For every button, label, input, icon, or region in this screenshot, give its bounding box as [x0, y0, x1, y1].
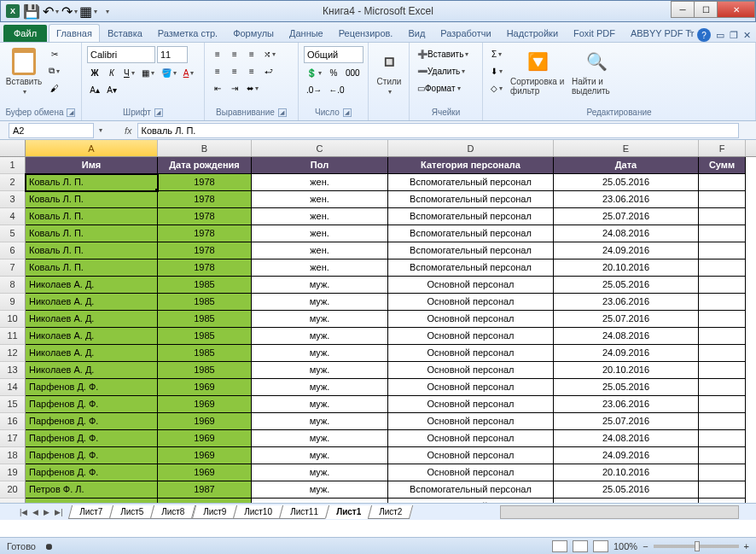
cell[interactable]: Парфенов Д. Ф. — [26, 379, 158, 396]
sheet-tab[interactable]: Лист7 — [68, 505, 114, 519]
close-button[interactable]: ✕ — [717, 1, 755, 18]
cell[interactable] — [699, 294, 746, 311]
cell[interactable]: жен. — [252, 208, 388, 225]
file-tab[interactable]: Файл — [3, 25, 47, 42]
cell[interactable]: 24.09.2016 — [554, 345, 699, 362]
row-header[interactable]: 8 — [0, 277, 26, 294]
cell[interactable]: 1985 — [158, 311, 252, 328]
cell[interactable]: муж. — [252, 294, 388, 311]
cell[interactable]: 25.07.2016 — [554, 208, 699, 225]
cell[interactable]: муж. — [252, 362, 388, 379]
row-header[interactable]: 17 — [0, 430, 26, 447]
cell[interactable]: 1978 — [158, 191, 252, 208]
cell[interactable] — [699, 225, 746, 242]
cell[interactable]: 24.09.2016 — [554, 242, 699, 260]
cell[interactable] — [699, 430, 746, 447]
redo-icon[interactable]: ↷▾ — [61, 3, 78, 20]
cell[interactable]: Основной персонал — [388, 430, 554, 447]
fill-icon[interactable]: ⬇▾ — [488, 63, 505, 79]
ribbon-tab-2[interactable]: Разметка стр. — [150, 24, 225, 42]
cell[interactable]: Основной персонал — [388, 379, 554, 396]
find-select-button[interactable]: 🔍 Найти и выделить — [570, 46, 623, 97]
cell[interactable]: муж. — [252, 481, 388, 499]
header-cell[interactable]: Пол — [252, 157, 388, 174]
cell[interactable]: 1969 — [158, 447, 252, 464]
minimize-button[interactable]: ─ — [671, 1, 695, 18]
border-button[interactable]: ▦▾ — [139, 65, 157, 80]
row-header[interactable]: 12 — [0, 345, 26, 362]
cell[interactable]: муж. — [252, 277, 388, 294]
cell[interactable]: Основной персонал — [388, 328, 554, 345]
sheet-tab[interactable]: Лист8 — [150, 505, 196, 519]
help-icon[interactable]: ? — [697, 28, 711, 42]
cell[interactable]: Парфенов Д. Ф. — [26, 447, 158, 464]
cell[interactable]: Основной персонал — [388, 447, 554, 464]
copy-icon[interactable]: ⧉▾ — [46, 63, 62, 79]
cell[interactable]: Парфенов Д. Ф. — [26, 413, 158, 430]
cell[interactable]: 25.07.2016 — [554, 413, 699, 430]
cell[interactable]: 1969 — [158, 379, 252, 396]
percent-icon[interactable]: % — [326, 65, 341, 80]
bold-button[interactable]: Ж — [87, 65, 102, 80]
cell[interactable]: 24.08.2016 — [554, 430, 699, 447]
row-header[interactable]: 11 — [0, 328, 26, 345]
cell[interactable]: Коваль Л. П. — [26, 242, 158, 260]
format-painter-icon[interactable]: 🖌 — [46, 80, 62, 96]
row-header[interactable]: 13 — [0, 362, 26, 379]
cell[interactable]: муж. — [252, 430, 388, 447]
underline-button[interactable]: Ч▾ — [121, 65, 137, 80]
cell[interactable] — [699, 277, 746, 294]
grow-font-button[interactable]: А▴ — [87, 82, 102, 97]
cell[interactable]: Вспомогательный персонал — [388, 191, 554, 208]
name-box-dropdown[interactable]: ▾ — [97, 126, 119, 134]
cell[interactable]: Коваль Л. П. — [26, 208, 158, 225]
orientation-icon[interactable]: ⤭▾ — [261, 46, 278, 61]
cell[interactable] — [699, 311, 746, 328]
cell[interactable]: 20.10.2016 — [554, 464, 699, 481]
cell[interactable]: Николаев А. Д. — [26, 294, 158, 311]
row-header[interactable]: 19 — [0, 464, 26, 481]
decrease-indent-icon[interactable]: ⇤ — [210, 80, 225, 96]
tab-nav-prev[interactable]: ◀ — [30, 508, 41, 516]
cell[interactable]: муж. — [252, 413, 388, 430]
select-all-corner[interactable] — [0, 140, 26, 156]
alignment-launcher[interactable]: ◢ — [278, 108, 287, 117]
ribbon-tab-6[interactable]: Вид — [400, 24, 433, 42]
cell[interactable]: Николаев А. Д. — [26, 345, 158, 362]
sheet-tab[interactable]: Лист9 — [191, 505, 237, 519]
cell[interactable]: 25.05.2016 — [554, 481, 699, 499]
cell[interactable] — [699, 208, 746, 225]
font-name-select[interactable] — [87, 46, 155, 63]
cell[interactable]: 20.10.2016 — [554, 260, 699, 277]
cell[interactable]: 24.08.2016 — [554, 328, 699, 345]
cell[interactable]: 23.06.2016 — [554, 294, 699, 311]
col-header-A[interactable]: A — [26, 140, 158, 156]
header-cell[interactable]: Дата — [554, 157, 699, 174]
shrink-font-button[interactable]: А▾ — [104, 82, 119, 97]
delete-cells-button[interactable]: ➖ Удалить▾ — [415, 63, 480, 79]
cell[interactable]: Петров Ф. Л. — [26, 481, 158, 499]
maximize-button[interactable]: ☐ — [694, 1, 718, 18]
cell[interactable] — [699, 345, 746, 362]
header-cell[interactable]: Категория персонала — [388, 157, 554, 174]
row-header[interactable]: 9 — [0, 294, 26, 311]
cell[interactable]: Николаев А. Д. — [26, 311, 158, 328]
cell[interactable] — [699, 464, 746, 481]
cell[interactable]: 1985 — [158, 277, 252, 294]
cell[interactable] — [699, 481, 746, 499]
cell[interactable]: Николаев А. Д. — [26, 362, 158, 379]
cell[interactable]: 1969 — [158, 430, 252, 447]
qat-dropdown-icon[interactable]: ▾ — [98, 3, 115, 20]
cell[interactable]: Основной персонал — [388, 362, 554, 379]
cell[interactable] — [699, 242, 746, 260]
cell[interactable] — [699, 379, 746, 396]
clear-icon[interactable]: ◇▾ — [488, 80, 505, 96]
undo-icon[interactable]: ↶▾ — [42, 3, 59, 20]
cell[interactable]: Вспомогательный персонал — [388, 208, 554, 225]
cell[interactable]: 25.07.2016 — [554, 311, 699, 328]
align-center-icon[interactable]: ≡ — [227, 63, 242, 79]
sheet-tab[interactable]: Лист10 — [233, 505, 283, 519]
ribbon-tab-5[interactable]: Рецензиров. — [331, 24, 401, 42]
ribbon-tab-1[interactable]: Вставка — [100, 24, 150, 42]
col-header-B[interactable]: B — [158, 140, 252, 156]
